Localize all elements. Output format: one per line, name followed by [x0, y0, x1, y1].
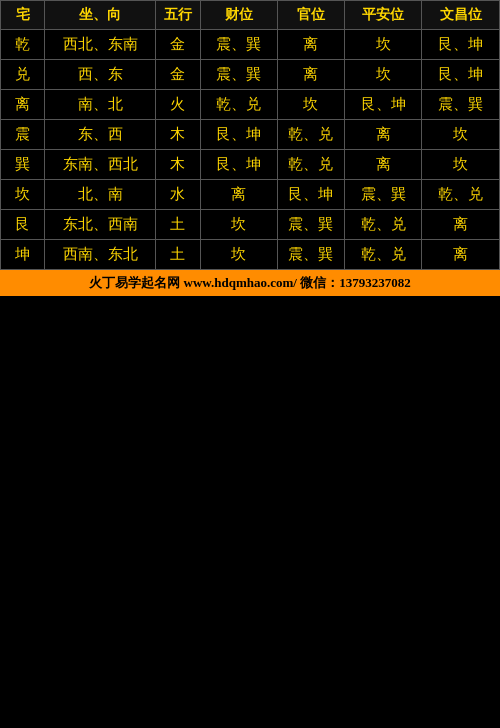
cell-ping: 离 [344, 119, 422, 149]
header-zuo: 坐、向 [45, 1, 156, 30]
cell-cai: 乾、兑 [200, 89, 278, 119]
cell-zhai: 巽 [1, 149, 45, 179]
cell-guan: 震、巽 [278, 239, 345, 269]
cell-wu: 木 [156, 119, 200, 149]
cell-cai: 艮、坤 [200, 119, 278, 149]
cell-ping: 艮、坤 [344, 89, 422, 119]
cell-wu: 土 [156, 209, 200, 239]
cell-wen: 坎 [422, 119, 500, 149]
cell-ping: 乾、兑 [344, 209, 422, 239]
header-wen: 文昌位 [422, 1, 500, 30]
cell-guan: 离 [278, 29, 345, 59]
cell-zhai: 离 [1, 89, 45, 119]
cell-zhai: 坎 [1, 179, 45, 209]
cell-zuo: 北、南 [45, 179, 156, 209]
cell-cai: 坎 [200, 239, 278, 269]
header-row: 宅 坐、向 五行 财位 官位 平安位 文昌位 [1, 1, 500, 30]
cell-wu: 木 [156, 149, 200, 179]
feng-shui-table: 宅 坐、向 五行 财位 官位 平安位 文昌位 乾西北、东南金震、巽离坎艮、坤兑西… [0, 0, 500, 270]
cell-ping: 离 [344, 149, 422, 179]
cell-cai: 离 [200, 179, 278, 209]
cell-zhai: 乾 [1, 29, 45, 59]
cell-cai: 坎 [200, 209, 278, 239]
cell-wen: 艮、坤 [422, 29, 500, 59]
cell-zuo: 东、西 [45, 119, 156, 149]
cell-wu: 金 [156, 29, 200, 59]
cell-guan: 乾、兑 [278, 119, 345, 149]
table-row: 兑西、东金震、巽离坎艮、坤 [1, 59, 500, 89]
cell-ping: 乾、兑 [344, 239, 422, 269]
cell-zuo: 东南、西北 [45, 149, 156, 179]
cell-zhai: 艮 [1, 209, 45, 239]
cell-guan: 坎 [278, 89, 345, 119]
cell-zhai: 震 [1, 119, 45, 149]
table-row: 坤西南、东北土坎震、巽乾、兑离 [1, 239, 500, 269]
cell-wen: 离 [422, 209, 500, 239]
header-guan: 官位 [278, 1, 345, 30]
cell-ping: 坎 [344, 29, 422, 59]
cell-zuo: 西北、东南 [45, 29, 156, 59]
header-zhai: 宅 [1, 1, 45, 30]
table-container: 宅 坐、向 五行 财位 官位 平安位 文昌位 乾西北、东南金震、巽离坎艮、坤兑西… [0, 0, 500, 296]
cell-wu: 火 [156, 89, 200, 119]
cell-wen: 离 [422, 239, 500, 269]
cell-ping: 震、巽 [344, 179, 422, 209]
table-row: 坎北、南水离艮、坤震、巽乾、兑 [1, 179, 500, 209]
table-row: 艮东北、西南土坎震、巽乾、兑离 [1, 209, 500, 239]
cell-wen: 坎 [422, 149, 500, 179]
cell-guan: 震、巽 [278, 209, 345, 239]
cell-zhai: 兑 [1, 59, 45, 89]
cell-wu: 水 [156, 179, 200, 209]
cell-wen: 乾、兑 [422, 179, 500, 209]
cell-zuo: 东北、西南 [45, 209, 156, 239]
cell-zhai: 坤 [1, 239, 45, 269]
cell-wen: 震、巽 [422, 89, 500, 119]
table-row: 巽东南、西北木艮、坤乾、兑离坎 [1, 149, 500, 179]
table-row: 离南、北火乾、兑坎艮、坤震、巽 [1, 89, 500, 119]
cell-wu: 土 [156, 239, 200, 269]
cell-cai: 震、巽 [200, 29, 278, 59]
cell-zuo: 西南、东北 [45, 239, 156, 269]
table-row: 震东、西木艮、坤乾、兑离坎 [1, 119, 500, 149]
cell-guan: 离 [278, 59, 345, 89]
table-row: 乾西北、东南金震、巽离坎艮、坤 [1, 29, 500, 59]
cell-zuo: 南、北 [45, 89, 156, 119]
header-wu: 五行 [156, 1, 200, 30]
cell-cai: 震、巽 [200, 59, 278, 89]
cell-ping: 坎 [344, 59, 422, 89]
header-cai: 财位 [200, 1, 278, 30]
header-ping: 平安位 [344, 1, 422, 30]
cell-guan: 艮、坤 [278, 179, 345, 209]
cell-wen: 艮、坤 [422, 59, 500, 89]
cell-guan: 乾、兑 [278, 149, 345, 179]
cell-zuo: 西、东 [45, 59, 156, 89]
cell-cai: 艮、坤 [200, 149, 278, 179]
footer-text: 火丁易学起名网 www.hdqmhao.com/ 微信：13793237082 [0, 270, 500, 296]
cell-wu: 金 [156, 59, 200, 89]
